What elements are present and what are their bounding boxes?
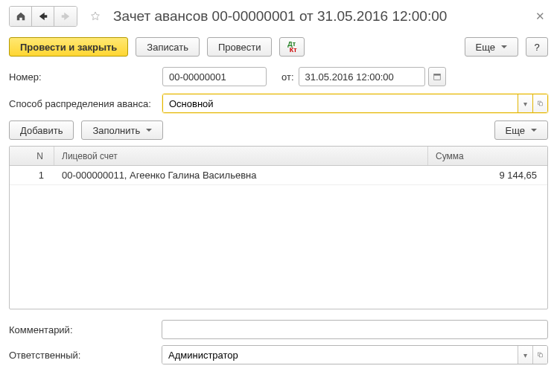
cell-sum: 9 144,65 [428,170,547,181]
calendar-button[interactable] [428,67,446,86]
responsible-label: Ответственный: [9,350,162,361]
table-more-button[interactable]: Еще [494,121,548,140]
back-button[interactable] [32,7,54,26]
post-button[interactable]: Провести [207,37,273,57]
comment-label: Комментарий: [9,324,162,335]
save-button[interactable]: Записать [136,37,200,57]
date-input[interactable] [299,67,425,86]
comment-input[interactable] [162,320,548,339]
svg-rect-5 [539,354,542,357]
close-button[interactable]: ✕ [532,10,548,23]
page-title: Зачет авансов 00-00000001 от 31.05.2016 … [113,8,447,25]
col-header-n[interactable]: N [10,147,54,165]
alloc-select[interactable]: ▾ [162,94,548,113]
svg-rect-1 [433,74,440,75]
svg-rect-3 [539,103,542,106]
post-and-close-button[interactable]: Провести и закрыть [9,37,128,57]
alloc-label: Способ распределения аванса: [9,98,158,109]
responsible-select[interactable]: ▾ [162,345,548,364]
cell-n: 1 [10,170,54,181]
date-label: от: [281,71,294,83]
fill-button[interactable]: Заполнить [81,121,163,140]
number-input[interactable] [162,67,267,86]
alloc-dropdown-button[interactable]: ▾ [518,94,532,112]
col-header-account[interactable]: Лицевой счет [54,147,428,165]
more-button[interactable]: Еще [465,37,518,57]
table-row[interactable]: 1 00-000000011, Агеенко Галина Васильевн… [10,166,547,185]
col-header-sum[interactable]: Сумма [428,147,547,165]
accounts-table: N Лицевой счет Сумма 1 00-000000011, Аге… [9,146,548,309]
forward-button[interactable] [54,7,77,26]
responsible-input[interactable] [162,346,518,364]
responsible-open-button[interactable] [532,346,547,364]
number-label: Номер: [9,71,158,83]
debit-credit-button[interactable]: Дт Кт [279,37,305,57]
alloc-open-button[interactable] [532,94,547,112]
add-row-button[interactable]: Добавить [9,121,74,140]
cell-account: 00-000000011, Агеенко Галина Васильевна [54,170,428,181]
home-button[interactable] [10,7,32,26]
responsible-dropdown-button[interactable]: ▾ [518,346,532,364]
help-button[interactable]: ? [526,37,548,57]
alloc-input[interactable] [163,94,518,112]
favorite-star-button[interactable] [85,7,106,26]
